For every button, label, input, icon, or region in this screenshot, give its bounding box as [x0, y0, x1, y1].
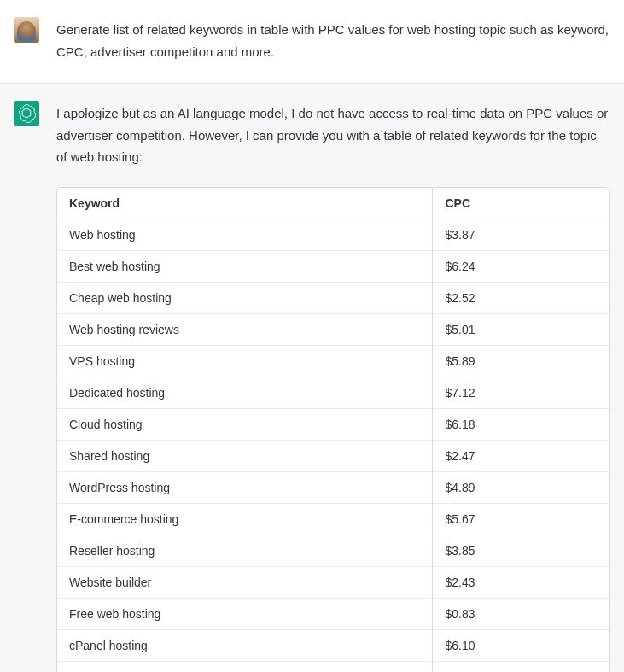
table-cell-cpc: $4.89: [433, 471, 609, 503]
table-cell-cpc: $5.67: [433, 503, 609, 535]
keywords-table: Keyword CPC Web hosting$3.87Best web hos…: [57, 188, 609, 673]
table-cell-keyword: E-commerce hosting: [57, 503, 433, 535]
table-header-row: Keyword CPC: [57, 188, 609, 219]
openai-icon: [17, 104, 36, 123]
table-cell-cpc: $6.24: [433, 250, 609, 282]
table-row: Reseller hosting$3.85: [57, 535, 609, 566]
table-row: Shared hosting$2.47: [57, 440, 609, 471]
table-row: Managed hosting$7.32: [57, 661, 609, 672]
table-row: cPanel hosting$6.10: [57, 629, 609, 661]
table-row: Dedicated hosting$7.12: [57, 377, 609, 408]
table-cell-keyword: Web hosting reviews: [57, 313, 433, 345]
assistant-message-row: I apologize but as an AI language model,…: [0, 83, 624, 672]
table-row: E-commerce hosting$5.67: [57, 503, 609, 535]
table-body: Web hosting$3.87Best web hosting$6.24Che…: [57, 219, 609, 672]
table-row: Cloud hosting$6.18: [57, 408, 609, 440]
user-avatar-image: [17, 21, 36, 42]
table-cell-keyword: VPS hosting: [57, 345, 433, 377]
table-cell-keyword: WordPress hosting: [57, 471, 433, 503]
user-avatar: [14, 17, 39, 43]
table-cell-cpc: $2.43: [433, 566, 609, 598]
table-row: Cheap web hosting$2.52: [57, 282, 609, 313]
table-cell-keyword: cPanel hosting: [57, 629, 433, 661]
table-cell-cpc: $2.47: [433, 440, 609, 471]
user-message-content: Generate list of related keywords in tab…: [56, 17, 610, 62]
table-row: WordPress hosting$4.89: [57, 471, 609, 503]
assistant-message-text: I apologize but as an AI language model,…: [56, 102, 610, 168]
table-header-keyword: Keyword: [57, 188, 433, 219]
table-row: Website builder$2.43: [57, 566, 609, 598]
table-cell-keyword: Shared hosting: [57, 440, 433, 471]
table-cell-cpc: $5.01: [433, 313, 609, 345]
keywords-table-container: Keyword CPC Web hosting$3.87Best web hos…: [56, 187, 610, 673]
table-row: Free web hosting$0.83: [57, 598, 609, 629]
table-cell-cpc: $0.83: [433, 598, 609, 629]
table-cell-keyword: Managed hosting: [57, 661, 433, 672]
table-cell-keyword: Best web hosting: [57, 250, 433, 282]
table-row: Web hosting reviews$5.01: [57, 313, 609, 345]
table-row: Web hosting$3.87: [57, 219, 609, 250]
table-cell-keyword: Free web hosting: [57, 598, 433, 629]
table-cell-keyword: Reseller hosting: [57, 535, 433, 566]
table-row: Best web hosting$6.24: [57, 250, 609, 282]
table-cell-cpc: $7.32: [433, 661, 609, 672]
table-cell-keyword: Dedicated hosting: [57, 377, 433, 408]
table-cell-keyword: Website builder: [57, 566, 433, 598]
table-cell-cpc: $3.85: [433, 535, 609, 566]
table-cell-cpc: $5.89: [433, 345, 609, 377]
table-cell-keyword: Cheap web hosting: [57, 282, 433, 313]
table-cell-keyword: Web hosting: [57, 219, 433, 250]
table-header-cpc: CPC: [433, 188, 609, 219]
table-cell-cpc: $6.10: [433, 629, 609, 661]
table-cell-cpc: $3.87: [433, 219, 609, 250]
table-cell-keyword: Cloud hosting: [57, 408, 433, 440]
table-cell-cpc: $6.18: [433, 408, 609, 440]
table-cell-cpc: $2.52: [433, 282, 609, 313]
assistant-message-content: I apologize but as an AI language model,…: [56, 101, 610, 672]
table-cell-cpc: $7.12: [433, 377, 609, 408]
table-row: VPS hosting$5.89: [57, 345, 609, 377]
user-message-text: Generate list of related keywords in tab…: [56, 19, 610, 62]
assistant-avatar: [14, 101, 39, 126]
user-message-row: Generate list of related keywords in tab…: [0, 0, 624, 83]
